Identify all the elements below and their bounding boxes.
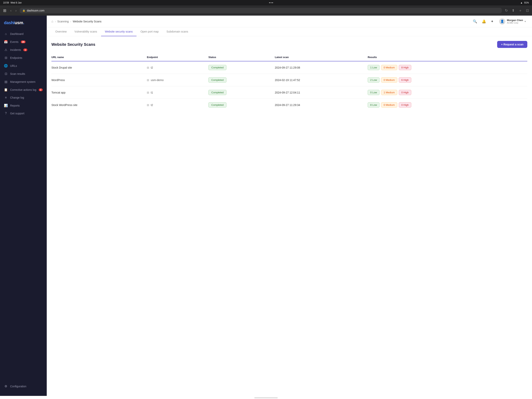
- tab-vulnerability-scans[interactable]: Vulnerability scans: [70, 27, 101, 36]
- share-button[interactable]: ⬆: [511, 8, 515, 13]
- back-button[interactable]: ‹: [10, 8, 12, 13]
- sidebar-item-dashboard[interactable]: ⌂ Dashboard: [0, 30, 47, 38]
- events-badge: 28: [21, 40, 25, 43]
- sidebar-label-get-support: Get support: [10, 112, 24, 115]
- get-support-icon: ?: [4, 112, 8, 115]
- endpoints-icon: ⊟: [4, 56, 8, 60]
- sidebar-label-corrective-actions: Corrective actions log: [10, 88, 36, 91]
- table-body: Stock Drupal site ⊟ t2 Completed 2024-09…: [51, 61, 527, 111]
- incidents-icon: ⚠: [4, 48, 8, 52]
- table-row[interactable]: WordPress ⊟ usm-demo Completed 2024-02-1…: [51, 74, 527, 86]
- status-badge-2: Completed: [208, 90, 227, 95]
- breadcrumb: ⌂ › Scanning › Website Security Scans: [51, 20, 101, 23]
- reload-button[interactable]: ↻: [504, 8, 509, 13]
- result-medium-0: 0 Medium: [381, 65, 397, 70]
- sidebar-item-incidents[interactable]: ⚠ Incidents 1: [0, 46, 47, 54]
- result-low-1: 2 Low: [368, 77, 380, 83]
- sidebar-label-endpoints: Endpoints: [10, 56, 22, 59]
- result-high-1: 6 High: [399, 77, 411, 83]
- change-log-icon: ≡: [4, 96, 8, 99]
- sidebar-label-management-system: Management system: [10, 80, 35, 83]
- tab-overview[interactable]: Overview: [51, 27, 70, 36]
- table-row[interactable]: Stock WordPress site ⊟ t2 Completed 2024…: [51, 99, 527, 111]
- forward-button[interactable]: ›: [15, 8, 17, 13]
- notifications-button[interactable]: 🔔: [481, 19, 487, 24]
- cell-latest-scan-3: 2024-09-27 11:29:34: [275, 99, 368, 111]
- result-high-0: 8 High: [399, 65, 411, 70]
- url-text: dashiusm.com: [27, 9, 44, 12]
- sidebar-item-urls[interactable]: 🌐 URLs: [0, 62, 47, 70]
- sidebar-item-reports[interactable]: 📊 Reports: [0, 102, 47, 109]
- cell-status-2: Completed: [208, 86, 275, 99]
- new-tab-button[interactable]: ＋: [518, 7, 523, 14]
- tab-bar: Overview Vulnerability scans Website sec…: [47, 27, 532, 36]
- page-content: Website Security Scans + Request a scan …: [47, 36, 532, 396]
- sidebar-item-management-system[interactable]: ▤ Management system: [0, 78, 47, 86]
- user-name: Morgan Chen: [507, 19, 523, 22]
- status-bar: 10:59 Wed 8 Jan ▲ 91%: [0, 0, 532, 6]
- dot2: [271, 2, 272, 3]
- search-button[interactable]: 🔍: [472, 19, 478, 24]
- user-details: Morgan Chen ACME Corp: [507, 19, 523, 24]
- status-badge-0: Completed: [208, 65, 227, 70]
- sidebar-item-scan-results[interactable]: ⊡ Scan results: [0, 70, 47, 78]
- ai-button[interactable]: ✦: [490, 19, 494, 24]
- result-medium-2: 1 Medium: [381, 90, 397, 95]
- status-bar-right: ▲ 91%: [520, 1, 529, 4]
- result-medium-3: 0 Medium: [381, 102, 397, 108]
- tabs-button[interactable]: ⊡: [525, 8, 530, 13]
- result-medium-1: 0 Medium: [381, 77, 397, 83]
- cell-results-3: 8 Low 0 Medium 0 High: [368, 99, 527, 111]
- status-bar-center: [269, 2, 273, 3]
- page-header: Website Security Scans + Request a scan: [51, 41, 527, 48]
- col-status: Status: [208, 53, 275, 61]
- main-content: ⌂ › Scanning › Website Security Scans 🔍 …: [47, 16, 532, 396]
- logo-dot: .: [23, 20, 24, 25]
- breadcrumb-scanning[interactable]: Scanning: [57, 20, 69, 23]
- sidebar-toggle-btn[interactable]: ⊞: [2, 7, 7, 14]
- col-endpoint: Endpoint: [147, 53, 208, 61]
- events-icon: 📅: [4, 40, 8, 44]
- home-icon[interactable]: ⌂: [51, 20, 53, 23]
- reports-icon: 📊: [4, 104, 8, 107]
- sidebar-item-change-log[interactable]: ≡ Change log: [0, 94, 47, 102]
- table-row[interactable]: Stock Drupal site ⊟ t2 Completed 2024-09…: [51, 61, 527, 74]
- breadcrumb-current: Website Security Scans: [73, 20, 101, 23]
- breadcrumb-sep-2: ›: [70, 20, 71, 23]
- col-results: Results: [368, 53, 527, 61]
- endpoint-value-1: usm-demo: [151, 78, 164, 82]
- user-menu-chevron: ▾: [525, 20, 526, 23]
- logo-dashi: dashi: [4, 20, 15, 25]
- table-header-row: URL name Endpoint Status Latest scan Res…: [51, 53, 527, 61]
- logo: dashiusm.: [0, 19, 47, 30]
- tab-website-security-scans[interactable]: Website security scans: [101, 27, 137, 36]
- sidebar-item-get-support[interactable]: ? Get support: [0, 109, 47, 117]
- cell-status-3: Completed: [208, 99, 275, 111]
- browser-chrome: ⊞ ‹ › 🔒 dashiusm.com ↻ ⬆ ＋ ⊡: [0, 6, 532, 16]
- result-low-3: 8 Low: [368, 102, 380, 108]
- date: Wed 8 Jan: [11, 1, 22, 4]
- table-row[interactable]: Tomcat app ⊟ t1 Completed 2024-09-27 12:…: [51, 86, 527, 99]
- sidebar-nav: ⌂ Dashboard 📅 Events 28 ⚠ Incidents 1 ⊟ …: [0, 30, 47, 380]
- scan-table: URL name Endpoint Status Latest scan Res…: [51, 53, 527, 111]
- address-bar[interactable]: 🔒 dashiusm.com: [20, 8, 502, 13]
- user-avatar: 👤: [499, 18, 505, 25]
- sidebar-item-corrective-actions-log[interactable]: 📋 Corrective actions log 2: [0, 86, 47, 94]
- request-scan-button[interactable]: + Request a scan: [497, 41, 527, 48]
- cell-results-0: 1 Low 0 Medium 8 High: [368, 61, 527, 74]
- tab-subdomain-scans[interactable]: Subdomain scans: [163, 27, 192, 36]
- sidebar-item-configuration[interactable]: ⚙ Configuration: [4, 383, 43, 390]
- sidebar-label-scan-results: Scan results: [10, 72, 25, 75]
- sidebar-item-events[interactable]: 📅 Events 28: [0, 38, 47, 46]
- sidebar-label-dashboard: Dashboard: [10, 32, 24, 35]
- cell-status-1: Completed: [208, 74, 275, 86]
- user-menu[interactable]: 👤 Morgan Chen ACME Corp ▾: [498, 18, 527, 25]
- tab-open-port-map[interactable]: Open port map: [137, 27, 162, 36]
- sidebar-item-endpoints[interactable]: ⊟ Endpoints: [0, 54, 47, 62]
- cell-endpoint-2: ⊟ t1: [147, 86, 208, 99]
- cell-endpoint-3: ⊟ t2: [147, 99, 208, 111]
- endpoint-icon-1: ⊟: [147, 78, 149, 82]
- cell-results-2: 0 Low 1 Medium 0 High: [368, 86, 527, 99]
- result-low-2: 0 Low: [368, 90, 380, 95]
- wifi-icon: ▲: [520, 1, 523, 4]
